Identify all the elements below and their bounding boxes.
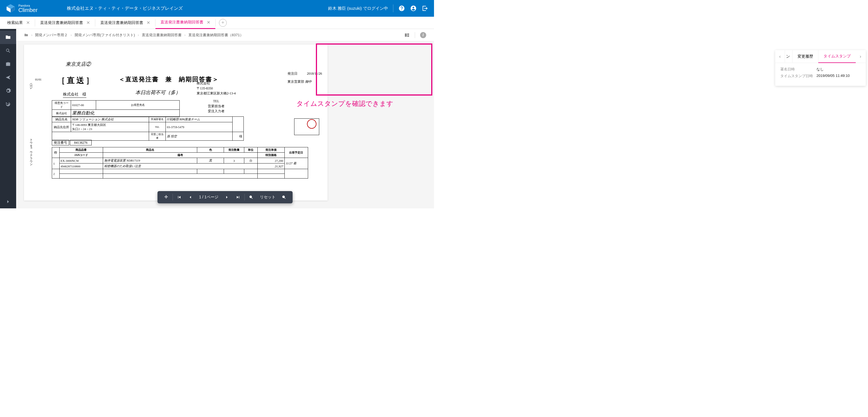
tab-bar: 検索結果 ✕ 直送発注書兼納期回答書 ✕ 直送発注書兼納期回答書 ✕ 直送発注書… — [0, 17, 434, 29]
doc-box-title: ［直送］ — [57, 75, 95, 86]
sidebar-folder[interactable] — [0, 31, 16, 44]
content-area: › 開発メンバー専用２ › 開発メンバ専用(ファイル付きリスト) › 直送発注書… — [16, 29, 434, 208]
add-tab-button[interactable]: + — [219, 19, 227, 27]
svg-rect-5 — [407, 35, 409, 36]
login-user: 鈴木 雅臣 (suzuki) でログイン中 — [328, 6, 388, 11]
crumb-2[interactable]: 開発メンバ専用(ファイル付きリスト) — [75, 33, 135, 38]
crumb-1[interactable]: 開発メンバー専用２ — [35, 33, 68, 38]
sidebar-history[interactable] — [0, 97, 16, 111]
doc-side-label: ページ — [29, 81, 33, 88]
left-sidebar — [0, 29, 16, 208]
header-right: 鈴木 雅臣 (suzuki) でログイン中 — [328, 4, 428, 12]
sidebar-send[interactable] — [0, 71, 16, 84]
doc-stamp-circle — [307, 119, 316, 129]
logout-icon[interactable] — [422, 5, 428, 12]
sidebar-expand[interactable] — [0, 195, 16, 208]
close-icon[interactable]: ✕ — [207, 20, 210, 25]
doc-customer-table: 得意先コード01027-00お得意先名 株式会社業務自動化 — [52, 100, 180, 117]
last-page-icon[interactable] — [234, 192, 243, 202]
logo-text: Pandora Climber — [19, 4, 38, 13]
tab-label: 検索結果 — [7, 20, 23, 25]
app-name-small: Pandora — [19, 4, 38, 7]
viewer-toolbar: 1 / 1ページ リセット — [157, 191, 292, 203]
help-icon[interactable] — [398, 5, 405, 12]
app-name-large: Climber — [19, 7, 38, 13]
tab-document-3[interactable]: 直送発注書兼納期回答書 ✕ — [155, 17, 215, 29]
doc-delivery-table: 納品先名 NDB ソリューション 株式会社 所属部署名 IT戦略部 RPA推進チ… — [52, 117, 244, 141]
doc-order-date: 発注日2018/11/26 東京営業部 御中 — [287, 71, 322, 85]
tab-label: 直送発注書兼納期回答書 — [40, 20, 83, 25]
layout-icon[interactable] — [404, 32, 410, 38]
doc-note-hand: 本日出荷不可（多） — [135, 89, 181, 96]
doc-order-table: 行 商品品番 商品名 色 発注数量 単位 発注単価 出荷予定日 JANコード 備… — [52, 147, 308, 179]
zoom-in-icon[interactable] — [279, 192, 289, 202]
order-no-label: 発注番号 — [52, 140, 69, 146]
tab-document-2[interactable]: 直送発注書兼納期回答書 ✕ — [95, 17, 155, 29]
close-icon[interactable]: ✕ — [147, 20, 150, 25]
logo-area: Pandora Climber — [6, 3, 59, 13]
tab-document-1[interactable]: 直送発注書兼納期回答書 ✕ — [35, 17, 95, 29]
breadcrumb-actions: i — [404, 32, 426, 38]
close-icon[interactable]: ✕ — [26, 20, 30, 25]
crumb-3[interactable]: 直送発注書兼納期回答書 — [142, 33, 182, 38]
prev-page-icon[interactable] — [186, 192, 195, 202]
doc-issuer-block: 株式会社 〒135-8350 東京都江東区新大橋2-13-4 TEL 営業担当者… — [197, 81, 236, 114]
sidebar-briefcase[interactable] — [0, 57, 16, 71]
first-page-icon[interactable] — [175, 192, 184, 202]
tab-search-results[interactable]: 検索結果 ✕ — [2, 17, 35, 29]
sidebar-search[interactable] — [0, 44, 16, 57]
breadcrumb: › 開発メンバー専用２ › 開発メンバ専用(ファイル付きリスト) › 直送発注書… — [16, 29, 434, 41]
logo-icon — [6, 3, 16, 13]
app-header: Pandora Climber 株式会社エヌ・ティ・ティ・データ・ビジネスブレイ… — [0, 0, 434, 17]
document-page: ページ 01/01 トウキョウクラウン 東京支店② ［直送］ ＜直送発注書 兼 … — [24, 44, 328, 200]
tab-label: 直送発注書兼納期回答書 — [160, 20, 203, 25]
annotation-text: タイムスタンプを確認できます — [297, 99, 393, 108]
tab-label: 直送発注書兼納期回答書 — [100, 20, 143, 25]
doc-company: 株式会社 様 — [63, 92, 86, 98]
crumb-4[interactable]: 直送発注書兼納期回答書（8371） — [188, 33, 244, 38]
svg-rect-4 — [407, 33, 409, 35]
page-indicator: 1 / 1ページ — [197, 195, 220, 200]
move-icon[interactable] — [161, 192, 171, 202]
order-no-value: 84138276 — [70, 140, 92, 146]
doc-branch-hand: 東京支店② — [66, 61, 91, 67]
info-icon[interactable]: i — [420, 32, 426, 38]
svg-rect-3 — [405, 33, 407, 37]
divider — [393, 4, 393, 12]
next-page-icon[interactable] — [222, 192, 232, 202]
account-icon[interactable] — [410, 5, 417, 12]
tenant-name: 株式会社エヌ・ティ・ティ・データ・ビジネスブレインズ — [67, 6, 183, 11]
reset-button[interactable]: リセット — [258, 195, 278, 200]
document-viewer: ページ 01/01 トウキョウクラウン 東京支店② ［直送］ ＜直送発注書 兼 … — [16, 41, 434, 208]
close-icon[interactable]: ✕ — [86, 20, 90, 25]
zoom-out-icon[interactable] — [247, 192, 256, 202]
sidebar-settings[interactable] — [0, 84, 16, 97]
doc-page-number: 01/01 — [35, 78, 41, 81]
main-area: › 開発メンバー専用２ › 開発メンバ専用(ファイル付きリスト) › 直送発注書… — [0, 29, 434, 208]
folder-icon — [24, 33, 28, 37]
doc-side-text: トウキョウクラウン — [29, 136, 33, 164]
